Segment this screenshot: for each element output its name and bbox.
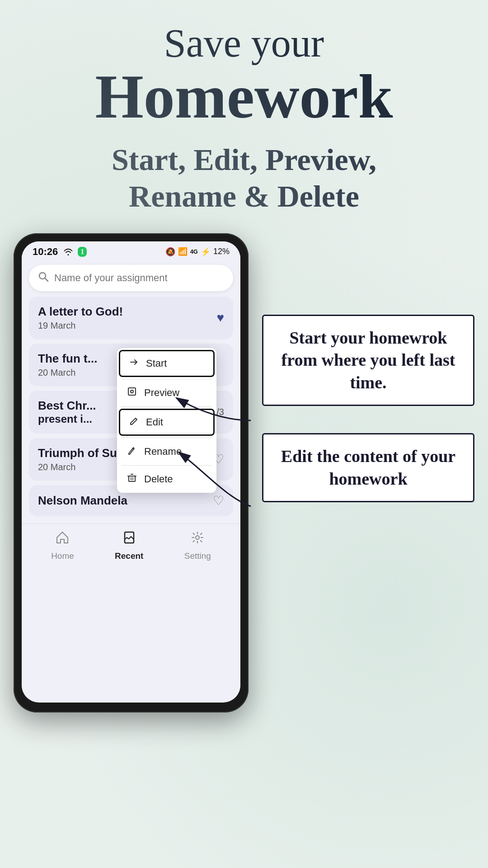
card-date-1: 19 March (38, 321, 123, 331)
card-title-3b: present i... (38, 413, 96, 425)
preview-icon (126, 387, 138, 399)
svg-point-12 (196, 536, 199, 539)
menu-label-preview: Preview (144, 387, 179, 399)
delete-icon (126, 473, 138, 486)
svg-point-4 (131, 390, 133, 393)
hero-section: Save your Homework (0, 0, 488, 137)
context-menu: Start Pr (117, 348, 216, 493)
nav-setting[interactable]: Setting (184, 530, 211, 561)
menu-item-rename[interactable]: Rename (117, 438, 216, 465)
status-left: 10:26 1 (33, 246, 87, 258)
annotation-edit: Edit the content of your homework (262, 433, 474, 502)
hero-subtitle: Start, Edit, Preview,Rename & Delete (0, 137, 488, 233)
mute-icon: 🔕 (165, 247, 175, 257)
card-title-2: The fun t... (38, 352, 97, 366)
card-title-1: A letter to God! (38, 305, 123, 319)
home-icon (55, 530, 70, 548)
card-text-1: A letter to God! 19 March (38, 305, 123, 331)
menu-item-edit[interactable]: Edit (119, 409, 215, 436)
card-extra-3: /3 (216, 407, 224, 417)
hero-line2: Homework (27, 66, 461, 128)
assignment-list: A letter to God! 19 March ♥ The fun t...… (22, 297, 240, 516)
phone-mockup: 10:26 1 🔕 📶 4G (14, 233, 249, 712)
menu-label-edit: Edit (146, 416, 163, 428)
heart-icon-5[interactable]: ♡ (213, 493, 224, 508)
status-time: 10:26 (33, 246, 58, 258)
card-title-3: Best Chr... (38, 399, 96, 413)
card-text-5: Nelson Mandela (38, 494, 127, 508)
battery-icon: ⚡ (201, 247, 211, 257)
rename-icon (126, 445, 138, 458)
network-icon: 4G (190, 248, 198, 255)
heart-icon-1[interactable]: ♥ (216, 311, 224, 325)
status-badge: 1 (78, 247, 87, 257)
battery-percent: 12% (213, 247, 230, 256)
nav-recent-label: Recent (115, 551, 143, 561)
edit-icon (128, 416, 140, 429)
menu-item-delete[interactable]: Delete (117, 466, 216, 493)
wifi-icon (63, 248, 73, 255)
card-date-2: 20 March (38, 368, 97, 378)
annotation-edit-text: Edit the content of your homework (281, 447, 455, 488)
phone-screen: 10:26 1 🔕 📶 4G (22, 241, 240, 703)
annotations-column: Start your homewrok from where you left … (262, 233, 474, 502)
assignment-card-2[interactable]: The fun t... 20 March (29, 344, 233, 386)
annotation-start-text: Start your homewrok from where you left … (282, 328, 455, 392)
search-input[interactable] (54, 272, 224, 284)
bottom-nav: Home Recent (22, 524, 240, 569)
svg-rect-3 (128, 388, 136, 395)
nav-home-label: Home (51, 551, 74, 561)
status-right: 🔕 📶 4G ⚡ 12% (165, 247, 230, 257)
search-icon (38, 271, 49, 285)
menu-item-start[interactable]: Start (119, 350, 215, 377)
card-text-3: Best Chr... present i... (38, 399, 96, 425)
settings-icon (190, 530, 205, 548)
start-icon (128, 357, 140, 370)
assignment-card-1[interactable]: A letter to God! 19 March ♥ (29, 297, 233, 339)
svg-line-1 (45, 278, 48, 281)
menu-label-rename: Rename (144, 446, 182, 458)
menu-label-delete: Delete (144, 473, 173, 485)
bookmark-icon (122, 530, 136, 548)
hero-line1: Save your (27, 22, 461, 66)
phone-frame: 10:26 1 🔕 📶 4G (14, 233, 249, 712)
card-title-5: Nelson Mandela (38, 494, 127, 508)
nav-setting-label: Setting (184, 551, 211, 561)
status-bar: 10:26 1 🔕 📶 4G (22, 241, 240, 260)
nav-home[interactable]: Home (51, 530, 74, 561)
svg-rect-6 (129, 476, 135, 481)
menu-label-start: Start (146, 358, 167, 369)
signal-icon: 📶 (178, 247, 188, 256)
nav-recent[interactable]: Recent (115, 530, 143, 561)
menu-item-preview[interactable]: Preview (117, 379, 216, 406)
annotation-start: Start your homewrok from where you left … (262, 315, 474, 406)
main-area: 10:26 1 🔕 📶 4G (0, 233, 488, 712)
card-text-2: The fun t... 20 March (38, 352, 97, 378)
search-bar[interactable] (29, 265, 233, 291)
menu-divider-2 (122, 406, 212, 407)
